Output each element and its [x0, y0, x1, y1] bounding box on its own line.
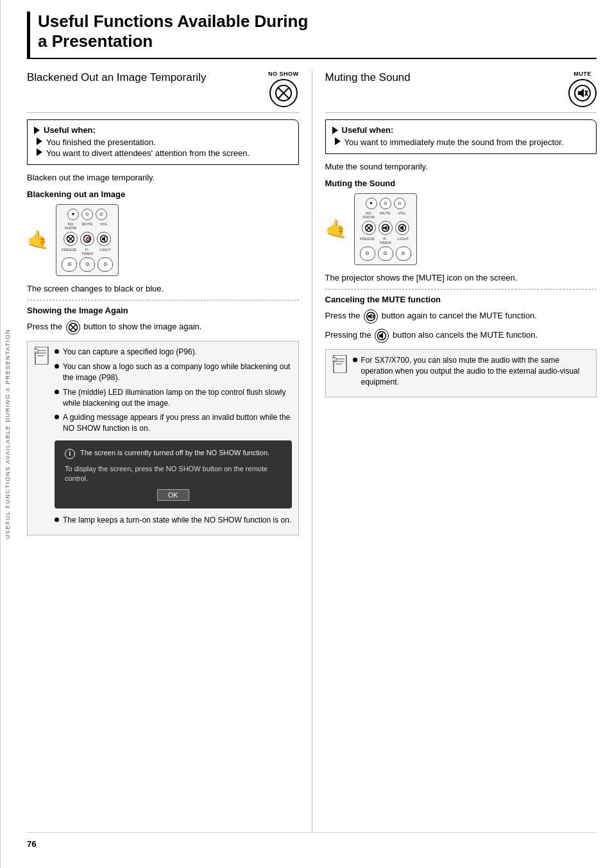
page-container: USEFUL FUNCTIONS AVAILABLE DURING A PRES…: [0, 0, 612, 868]
right-remote-label-light: LIGHT: [396, 237, 411, 245]
left-note-item-5: The lamp keeps a turn-on state while the…: [55, 515, 292, 526]
svg-text:≡: ≡: [35, 351, 38, 354]
right-section-title: Muting the Sound: [325, 71, 563, 85]
right-subsection2-title: Canceling the MUTE function: [325, 295, 597, 304]
left-note-item-2: You can show a logo such as a company lo…: [55, 361, 292, 383]
svg-marker-36: [370, 314, 372, 320]
remote-mid-labels: NO SHOW MUTE VOL: [64, 222, 111, 230]
triangle-icon-r1: [335, 137, 341, 145]
svg-text:🔇: 🔇: [85, 236, 91, 242]
left-note-item-3: The (middle) LED illumination lamp on th…: [55, 387, 292, 409]
left-remote-control: ▼ ⊙ ⊙ NO SHOW MUTE VOL: [56, 204, 119, 276]
right-remote-btn-top-3: ⊙: [394, 198, 405, 209]
remote-mid-btns: 🔇: [64, 232, 111, 246]
remote-mid-btn-vol: [97, 232, 111, 246]
svg-marker-9: [102, 236, 105, 241]
right-pressing-text: Pressing the button also cancels the MUT…: [325, 329, 597, 343]
left-note-box: ≡ You can capture a specified logo (P96)…: [27, 341, 299, 535]
left-useful-item-1: You finished the presentation.: [37, 137, 292, 147]
left-after-image-text: The screen changes to black or blue.: [27, 282, 299, 295]
sidebar: USEFUL FUNCTIONS AVAILABLE DURING A PRES…: [0, 0, 14, 868]
svg-marker-29: [384, 225, 387, 230]
right-remote-bottom-btn-3: ⊙: [396, 247, 411, 261]
remote-label-light: LIGHT: [98, 248, 113, 256]
right-remote-mid-btns: [362, 221, 409, 235]
right-remote-label-noshow: NO SHOW: [362, 211, 376, 219]
right-cancel-text: Press the button again to cancel the MUT…: [325, 309, 597, 324]
right-remote-mid-btn-mute: [378, 221, 393, 235]
mute-button-group: MUTE: [568, 71, 597, 107]
svg-rect-35: [368, 315, 370, 318]
hand-icon-right: 🤙: [325, 218, 348, 239]
left-remote-area: 🤙 ▼ ⊙ ⊙ NO SHOW MUTE VOL: [27, 204, 299, 276]
col-right: Muting the Sound MUTE: [312, 71, 597, 832]
right-remote-label-freeze: FREEZE: [360, 237, 375, 245]
left-showing-text: Press the button to show the image again…: [27, 320, 299, 334]
page-title: Useful Functions Available During a Pres…: [38, 12, 597, 51]
remote-bottom-btn-light: ⊙: [98, 257, 113, 272]
no-show-button-icon: [269, 79, 298, 107]
left-body-text: Blacken out the image temporarily.: [27, 171, 299, 184]
bullet-5: [55, 517, 59, 522]
inline-vol-btn: [375, 329, 389, 343]
remote-btn-top-2: ⊙: [81, 209, 93, 220]
inline-mute-btn-1: [364, 309, 378, 324]
triangle-icon-right: [332, 126, 338, 134]
right-useful-when-box: Useful when: You want to immediately mut…: [325, 119, 597, 154]
remote-mid-btn-noshow: [64, 232, 78, 246]
svg-rect-28: [383, 227, 385, 229]
inline-noshow-btn: [66, 320, 80, 334]
no-show-label: NO SHOW: [268, 71, 299, 77]
mute-button-icon: [568, 79, 597, 107]
triangle-icon-left: [34, 126, 40, 134]
right-after-image-text: The projector shows the [MUTE] icon on t…: [325, 272, 597, 284]
remote-btn-top-1: ▼: [67, 209, 79, 220]
page-number-row: 76: [27, 832, 597, 849]
svg-rect-20: [578, 91, 581, 95]
remote-mid-btn-mute: 🔇: [80, 232, 94, 246]
dashed-divider-left-1: [27, 300, 299, 300]
remote-label-ptimer: P-TIMER: [80, 248, 95, 256]
left-useful-item-2: You want to divert attendees' attention …: [37, 148, 292, 158]
triangle-icon-1: [37, 137, 42, 145]
right-remote-label-ptimer: P-TIMER: [378, 237, 393, 245]
screen-ok-row: OK: [65, 489, 282, 501]
remote-label-vol: VOL: [97, 222, 111, 230]
mute-label: MUTE: [574, 71, 591, 77]
right-remote-bottom-btn-2: ⊙: [378, 247, 393, 261]
main-content: Useful Functions Available During a Pres…: [14, 0, 612, 868]
left-useful-when-box: Useful when: You finished the presentati…: [27, 119, 299, 165]
right-remote-top-row: ▼ ⊙ ⊙: [366, 198, 405, 209]
right-useful-when-title: Useful when:: [332, 125, 590, 135]
note-icon-right: ≡: [332, 355, 348, 376]
bullet-2: [55, 364, 59, 369]
dashed-divider-right-1: [325, 289, 597, 290]
remote-bottom-btn-freeze: ⊙: [62, 257, 77, 272]
right-section-header: Muting the Sound MUTE: [325, 71, 597, 113]
right-remote-mid-btn-noshow: [362, 221, 376, 235]
bullet-4: [55, 415, 59, 419]
svg-marker-33: [400, 225, 404, 230]
screen-msg-top: i The screen is currently turned off by …: [65, 448, 282, 459]
remote-bottom-labels: FREEZE P-TIMER LIGHT: [62, 248, 113, 256]
sidebar-label: USEFUL FUNCTIONS AVAILABLE DURING A PRES…: [4, 329, 11, 539]
left-note-item-4: A guiding message appears if you press a…: [55, 412, 292, 434]
left-subsection1-title: Blackening out an Image: [27, 189, 299, 199]
right-bullet-1: [353, 358, 357, 362]
triangle-icon-2: [37, 148, 42, 156]
svg-marker-21: [581, 89, 584, 98]
right-remote-btn-top-1: ▼: [366, 198, 377, 209]
screen-msg-bottom: To display the screen, press the NO SHOW…: [65, 464, 282, 484]
right-remote-area: 🤙 ▼ ⊙ ⊙ NO SHOW MUTE VOL: [325, 193, 597, 265]
svg-text:≡: ≡: [333, 359, 336, 363]
remote-top-row: ▼ ⊙ ⊙: [67, 209, 107, 220]
right-note-items: For SX7/X700, you can also mute the audi…: [353, 355, 590, 391]
right-remote-mid-labels: NO SHOW MUTE VOL: [362, 211, 409, 219]
hand-icon-left: 🤙: [27, 229, 49, 250]
svg-marker-40: [379, 333, 383, 339]
right-body-text: Mute the sound temporarily.: [325, 161, 597, 173]
page-number: 76: [27, 839, 36, 849]
screen-ok-button[interactable]: OK: [157, 489, 189, 501]
info-icon: i: [65, 449, 75, 459]
two-columns: Blackened Out an Image Temporarily NO SH…: [27, 71, 597, 832]
